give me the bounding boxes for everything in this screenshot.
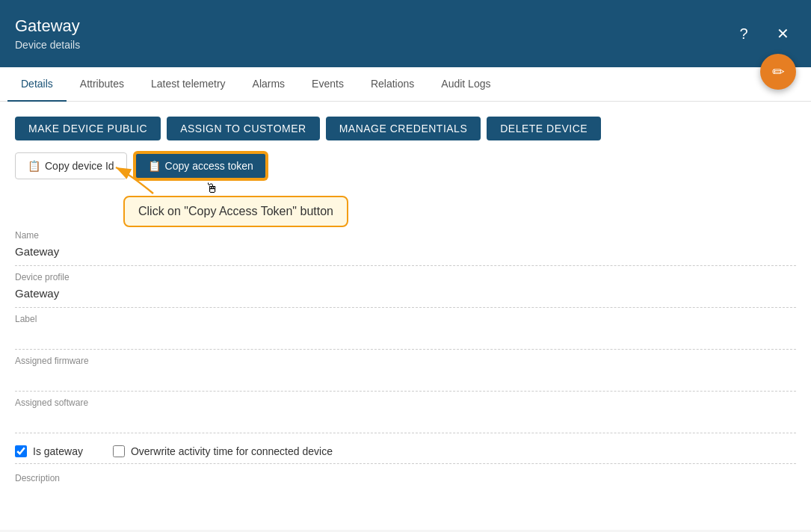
is-gateway-checkbox[interactable] xyxy=(15,445,27,457)
assigned-firmware-label: Assigned firmware xyxy=(15,350,796,366)
copy-icon: 📋 xyxy=(28,160,40,172)
device-profile-value: Gateway xyxy=(15,284,796,308)
content-area: Make device public Assign to customer Ma… xyxy=(0,102,811,530)
assigned-software-value xyxy=(15,409,796,433)
assigned-firmware-value xyxy=(15,368,796,392)
manage-credentials-button[interactable]: Manage credentials xyxy=(326,117,481,140)
tab-relations[interactable]: Relations xyxy=(357,67,428,102)
tab-attributes[interactable]: Attributes xyxy=(67,67,138,102)
checkbox-row: Is gateway Overwrite activity time for c… xyxy=(15,433,796,464)
header: Gateway Device details ? ✕ xyxy=(0,0,811,67)
annotation-container: Click on "Copy Access Token" button xyxy=(131,167,348,227)
tabs-bar: Details Attributes Latest telemetry Alar… xyxy=(0,67,811,102)
annotation-text: Click on "Copy Access Token" button xyxy=(138,205,333,217)
close-button[interactable]: ✕ xyxy=(769,20,796,47)
label-label: Label xyxy=(15,308,796,324)
edit-fab-button[interactable]: ✏ xyxy=(760,54,796,90)
assign-to-customer-button[interactable]: Assign to customer xyxy=(167,117,319,140)
label-field-group: Label xyxy=(15,308,796,350)
tab-details[interactable]: Details xyxy=(7,67,67,102)
assigned-firmware-field-group: Assigned firmware xyxy=(15,350,796,392)
annotation-box: Click on "Copy Access Token" button xyxy=(123,196,348,227)
is-gateway-label: Is gateway xyxy=(33,445,83,457)
help-button[interactable]: ? xyxy=(730,20,757,47)
assigned-software-label: Assigned software xyxy=(15,392,796,408)
tab-latest-telemetry[interactable]: Latest telemetry xyxy=(138,67,239,102)
annotation-arrow-svg xyxy=(108,160,168,197)
action-buttons-row: Make device public Assign to customer Ma… xyxy=(15,117,796,140)
name-value: Gateway xyxy=(15,242,796,266)
header-left: Gateway Device details xyxy=(15,16,80,51)
copy-device-id-label: Copy device Id xyxy=(45,160,114,172)
overwrite-activity-checkbox[interactable] xyxy=(113,445,125,457)
tab-audit-logs[interactable]: Audit Logs xyxy=(428,67,504,102)
assigned-software-field-group: Assigned software xyxy=(15,392,796,433)
make-device-public-button[interactable]: Make device public xyxy=(15,117,161,140)
header-actions: ? ✕ xyxy=(730,20,796,47)
tab-alarms[interactable]: Alarms xyxy=(239,67,299,102)
label-value xyxy=(15,326,796,350)
tab-events[interactable]: Events xyxy=(298,67,357,102)
header-subtitle: Device details xyxy=(15,39,80,51)
delete-device-button[interactable]: Delete device xyxy=(487,117,601,140)
overwrite-activity-item: Overwrite activity time for connected de… xyxy=(113,445,333,457)
is-gateway-item: Is gateway xyxy=(15,445,83,457)
description-label: Description xyxy=(15,464,796,483)
header-title: Gateway xyxy=(15,16,80,36)
description-textarea[interactable] xyxy=(15,486,796,530)
device-profile-field-group: Device profile Gateway xyxy=(15,266,796,308)
name-field-group: Name Gateway xyxy=(15,224,796,266)
copy-buttons-row: 📋 Copy device Id 📋 Copy access token Cli… xyxy=(15,152,796,179)
overwrite-activity-label: Overwrite activity time for connected de… xyxy=(131,445,333,457)
description-field-group: Description xyxy=(15,464,796,530)
device-profile-label: Device profile xyxy=(15,266,796,282)
